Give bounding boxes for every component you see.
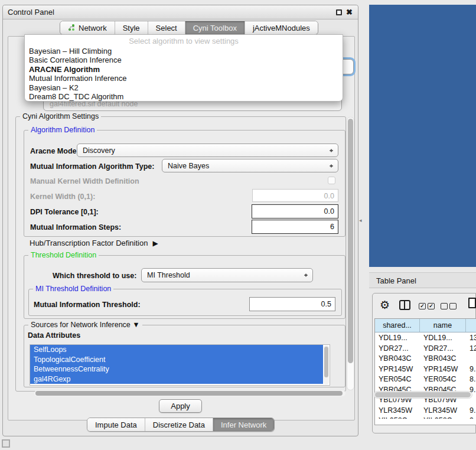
expander-arrow-icon: ▶ xyxy=(152,239,158,247)
tab-impute-data[interactable]: Impute Data xyxy=(87,418,145,431)
mi-steps-label: Mutual Information Steps: xyxy=(30,223,121,231)
scrollbar-thumb[interactable] xyxy=(348,119,353,363)
table-cell: 9. xyxy=(466,405,476,416)
which-threshold-value: MI Threshold xyxy=(147,271,190,279)
list-scrollbar[interactable] xyxy=(324,345,329,384)
list-item[interactable]: BetweennessCentrality xyxy=(30,364,323,374)
table-cell: YDR27... xyxy=(375,343,420,354)
which-threshold-combobox[interactable]: MI Threshold xyxy=(141,268,313,282)
algorithm-option-aracne-algorithm[interactable]: ARACNE Algorithm xyxy=(25,65,343,74)
tab-style[interactable]: Style xyxy=(115,21,148,34)
checked-checkbox-icon[interactable]: ✓ xyxy=(419,303,426,309)
table-header-row: shared...name xyxy=(375,319,476,332)
column-header[interactable] xyxy=(466,319,476,332)
unchecked-checkbox-icon[interactable] xyxy=(441,303,448,309)
sources-title[interactable]: Sources for Network Inference ▼ xyxy=(28,321,142,329)
tab-network[interactable]: Network xyxy=(60,21,115,34)
table-cell: 9 xyxy=(466,415,476,419)
table-row[interactable]: YIL052CYIL052C9 xyxy=(375,415,476,419)
table-row[interactable]: YER054CYER054C8. xyxy=(375,374,476,384)
mi-steps-field[interactable]: 6 xyxy=(252,220,338,234)
dpi-tolerance-label: DPI Tolerance [0,1]: xyxy=(30,208,99,216)
hub-definition-expander[interactable]: Hub/Transcription Factor Definition▶ xyxy=(30,239,158,247)
table-horizontal-scrollbar[interactable] xyxy=(374,391,472,399)
mi-threshold-label: Mutual Information Threshold: xyxy=(34,301,141,309)
algorithm-option-bayesian-hill-climbing[interactable]: Bayesian – Hill Climbing xyxy=(25,47,343,56)
table-cell: YPR145W xyxy=(420,364,466,374)
tab-infer-network[interactable]: Infer Network xyxy=(213,418,274,431)
settings-vertical-scrollbar[interactable] xyxy=(347,117,354,390)
manual-kernel-label: Manual Kernel Width Definition xyxy=(30,177,139,185)
kernel-width-field[interactable]: 0.0 xyxy=(252,189,338,202)
table-cell: YDL19... xyxy=(420,332,466,343)
table-row[interactable]: YDR27...YDR27...12 xyxy=(375,343,476,354)
scrollbar-thumb[interactable] xyxy=(375,392,471,397)
network-icon xyxy=(68,24,75,31)
apply-button[interactable]: Apply xyxy=(159,399,202,413)
table-body: YDL19...YDL19...13YDR27...YDR27...12YBR0… xyxy=(375,332,476,419)
threshold-definition-group: Threshold Definition Which threshold to … xyxy=(24,255,345,319)
list-item[interactable]: TopologicalCoefficient xyxy=(30,355,323,365)
table-cell: 9. xyxy=(466,364,476,374)
tab-discretize-data[interactable]: Discretize Data xyxy=(145,418,213,431)
manual-kernel-checkbox[interactable] xyxy=(328,177,335,184)
node-table: shared...name YDL19...YDL19...13YDR27...… xyxy=(374,318,476,425)
table-cell: 13 xyxy=(466,332,476,343)
table-row[interactable]: YPR145WYPR145W9. xyxy=(375,364,476,374)
gear-icon[interactable]: ⚙ xyxy=(380,298,390,312)
tab-label: jActiveMNodules xyxy=(253,24,310,32)
bottom-tab-bar: Impute DataDiscretize DataInfer Network xyxy=(87,418,275,432)
unchecked-checkbox-icon[interactable] xyxy=(449,303,457,309)
table-panel-window: ⚙ ✓ ✓ shared...name YDL19...YDL19...13YD… xyxy=(372,293,476,433)
tab-label: Select xyxy=(156,24,177,32)
algorithm-dropdown-popup: Select algorithm to view settings Bayesi… xyxy=(24,34,343,102)
mi-type-combobox[interactable]: Naive Bayes xyxy=(162,159,338,172)
aracne-mode-label: Aracne Mode: xyxy=(30,147,79,155)
list-item[interactable]: gal4RGexp xyxy=(30,374,323,384)
list-item[interactable]: SelfLoops xyxy=(30,345,323,355)
float-window-icon[interactable] xyxy=(336,9,342,15)
table-cell: YLR345W xyxy=(375,405,420,416)
table-cell: YPR145W xyxy=(375,364,420,374)
close-icon[interactable]: ✖ xyxy=(346,8,353,17)
table-cell: 8. xyxy=(466,374,476,384)
which-threshold-label: Which threshold to use: xyxy=(53,272,136,280)
hub-definition-label: Hub/Transcription Factor Definition xyxy=(30,239,148,247)
column-header[interactable]: shared... xyxy=(375,319,420,332)
table-row[interactable]: YLR345WYLR345W9. xyxy=(375,405,476,416)
scrollbar-thumb[interactable] xyxy=(324,347,328,377)
algorithm-option-dream8-dc-tdc-algorithm[interactable]: Dream8 DC_TDC Algorithm xyxy=(25,92,343,101)
algorithm-option-basic-correlation-inference[interactable]: Basic Correlation Inference xyxy=(25,56,343,64)
cyni-algorithm-settings-group: Cyni Algorithm Settings Algorithm Defini… xyxy=(15,116,346,392)
tab-cyni-toolbox[interactable]: Cyni Toolbox xyxy=(185,21,245,34)
tab-jactivemnodules[interactable]: jActiveMNodules xyxy=(245,21,318,34)
data-attributes-list[interactable]: SelfLoopsTopologicalCoefficientBetweenne… xyxy=(30,344,330,386)
tab-select[interactable]: Select xyxy=(148,21,185,34)
table-cell: YIL052C xyxy=(420,415,466,419)
control-panel-tab-bar: NetworkStyleSelectCyni ToolboxjActiveMNo… xyxy=(60,21,318,35)
algorithm-option-mutual-information-inference[interactable]: Mutual Information Inference xyxy=(25,74,343,83)
table-cell: YER054C xyxy=(420,374,466,384)
checked-checkbox-icon[interactable]: ✓ xyxy=(428,303,435,309)
mi-threshold-field[interactable]: 0.5 xyxy=(249,297,335,311)
aracne-mode-combobox[interactable]: Discovery xyxy=(77,144,338,157)
table-row[interactable]: YBR043CYBR043C xyxy=(375,353,476,364)
table-cell: YDL19... xyxy=(375,332,420,343)
column-header[interactable]: name xyxy=(420,319,466,332)
algorithm-option-bayesian-k2[interactable]: Bayesian – K2 xyxy=(25,83,343,92)
collapsed-panel-icon[interactable] xyxy=(2,439,10,448)
algorithm-definition-group: Algorithm Definition Aracne Mode: Discov… xyxy=(24,130,345,237)
table-cell xyxy=(466,353,476,364)
kernel-width-label: Kernel Width (0,1): xyxy=(30,193,95,201)
settings-horizontal-scrollbar[interactable] xyxy=(34,390,345,396)
stepper-arrows-icon xyxy=(329,146,334,155)
sources-group: Sources for Network Inference ▼ Data Att… xyxy=(24,325,345,387)
scrollbar-thumb[interactable] xyxy=(35,391,343,396)
panel-divider-handle-icon[interactable]: ◂ xyxy=(359,217,362,223)
dpi-tolerance-field[interactable]: 0.0 xyxy=(252,204,338,219)
columns-icon[interactable] xyxy=(399,300,410,310)
stepper-arrows-icon xyxy=(329,162,334,170)
table-row[interactable]: YDL19...YDL19...13 xyxy=(375,332,476,343)
document-icon[interactable] xyxy=(468,298,476,308)
threshold-definition-title: Threshold Definition xyxy=(28,251,99,259)
